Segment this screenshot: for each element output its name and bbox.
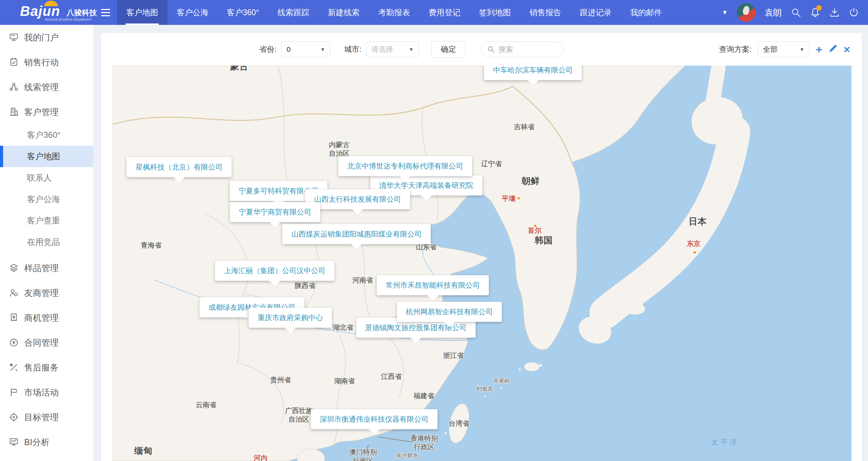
nodes-icon [9, 82, 19, 92]
monitor-icon [9, 32, 19, 42]
sidebar-item-label: 售后服务 [24, 362, 59, 373]
sidebar-item-label: 友商管理 [24, 287, 59, 299]
customer-callout[interactable]: 宁夏华宁商贸有限公司 [230, 202, 320, 222]
nav-item-8[interactable]: 签到地图 [470, 0, 520, 25]
content-panel: 省份: 0 ▼ 城市: 请选择 ▼ 确定 查询方案: 全部 ▼ + [101, 33, 862, 461]
search-icon[interactable] [791, 7, 801, 18]
sidebar-item-label: 市场活动 [24, 387, 59, 398]
sidebar-item-3[interactable]: 线索管理 [0, 75, 93, 99]
city-select[interactable]: 请选择 ▼ [366, 41, 419, 57]
logo-company-name: 八骏科技 [67, 8, 97, 18]
sidebar-subitem-5[interactable]: 客户查重 [0, 210, 93, 231]
sidebar-item-4[interactable]: 客户管理 [0, 99, 93, 124]
nav-item-1[interactable]: 客户地图 [117, 0, 167, 25]
customer-callout[interactable]: 山西太行科技发展有限公司 [305, 189, 410, 209]
nav-more-caret-icon[interactable]: ▼ [722, 9, 728, 16]
city-dot-icon [517, 196, 521, 200]
sidebar-item-label: BI分析 [24, 436, 50, 448]
customer-callout[interactable]: 重庆市政府采购中心 [249, 308, 332, 328]
city-label: 城市: [344, 44, 361, 55]
customer-callout[interactable]: 中车哈尔滨车辆有限公司 [484, 66, 582, 80]
nav-item-5[interactable]: 新建线索 [319, 0, 369, 25]
customer-callout[interactable]: 深圳市衡通伟业科技仪器有限公司 [311, 409, 438, 429]
nav-item-7[interactable]: 费用登记 [419, 0, 470, 25]
notifications-bell-icon[interactable] [810, 7, 820, 18]
province-label: 省份: [259, 44, 276, 55]
customer-callout[interactable]: 上海汇丽（集团）公司汉中公司 [215, 261, 334, 281]
sidebar-item-label: 目标管理 [24, 412, 59, 423]
select-caret-icon: ▼ [800, 47, 804, 52]
nav-item-10[interactable]: 跟进记录 [570, 0, 621, 25]
sidebar-item-8[interactable]: 合同管理 [0, 330, 93, 355]
clipboard-check-icon [9, 57, 19, 67]
nav-item-4[interactable]: 线索跟踪 [268, 0, 319, 25]
power-icon[interactable] [849, 7, 859, 18]
flag-icon [9, 387, 19, 397]
sidebar-item-label: 客户管理 [24, 106, 59, 118]
edit-plan-icon[interactable] [828, 44, 837, 55]
query-plan-label: 查询方案: [719, 44, 752, 55]
nav-item-9[interactable]: 销售报告 [520, 0, 570, 25]
city-dot-icon [693, 251, 697, 254]
customer-callout[interactable]: 杭州网易智企科技有限公司 [397, 302, 502, 322]
sidebar-item-12[interactable]: BI分析 [0, 430, 93, 454]
sidebar-item-7[interactable]: 商机管理 [0, 305, 93, 330]
sidebar-subitem-3[interactable]: 联系人 [0, 167, 93, 189]
top-navigation-bar: Bajun 八骏科技 Anyone,Anytime,Anywhere! 客户地图… [0, 0, 868, 25]
tools-icon [9, 363, 19, 372]
sidebar-subitem-6[interactable]: 在用竞品 [0, 231, 93, 253]
delete-plan-icon[interactable]: × [843, 44, 850, 55]
sidebar-item-label: 线索管理 [24, 81, 59, 93]
receipt-icon [9, 313, 19, 323]
sidebar-subitem-1[interactable]: 客户360° [0, 124, 93, 146]
map-toolbar: 省份: 0 ▼ 城市: 请选择 ▼ 确定 查询方案: 全部 ▼ + [101, 33, 862, 66]
search-input[interactable] [498, 45, 554, 54]
nav-item-3[interactable]: 客户360° [218, 0, 268, 25]
sidebar-item-5[interactable]: 样品管理 [0, 256, 93, 280]
target-icon [9, 412, 19, 422]
user-avatar[interactable] [737, 3, 755, 22]
download-icon[interactable] [829, 7, 840, 18]
customer-callout[interactable]: 北京中博世达专利商标代理有限公司 [338, 156, 472, 176]
sidebar-item-6[interactable]: 友商管理 [0, 280, 93, 305]
bi-chart-icon [9, 437, 19, 447]
nav-item-2[interactable]: 客户公海 [167, 0, 218, 25]
search-icon [487, 46, 495, 53]
confirm-button[interactable]: 确定 [431, 41, 466, 58]
sidebar-item-10[interactable]: 市场活动 [0, 380, 93, 405]
sidebar-item-label: 我的门户 [24, 32, 59, 43]
province-select[interactable]: 0 ▼ [281, 41, 330, 57]
logo-text: Bajun [20, 3, 60, 19]
sidebar-item-label: 样品管理 [24, 262, 59, 274]
sidebar-subitem-2[interactable]: 客户地图 [0, 146, 93, 167]
customer-map[interactable]: 蒙古吉林省辽宁省内蒙古 自治区朝鲜平壤首尔韩国日本东京青海省陕西省河南省山东省湖… [113, 66, 851, 461]
customer-callout[interactable]: 常州市禾昌智能科技有限公司 [377, 275, 489, 295]
notification-badge [816, 5, 822, 11]
topbar-right-cluster: ▼ 袁朗 [722, 0, 868, 25]
partner-icon [9, 288, 19, 298]
sidebar-item-9[interactable]: 售后服务 [0, 355, 93, 380]
add-plan-icon[interactable]: + [816, 44, 822, 55]
nav-item-11[interactable]: 我的邮件 [621, 0, 671, 25]
select-caret-icon: ▼ [320, 47, 325, 52]
query-plan-select[interactable]: 全部 ▼ [758, 41, 810, 57]
building-icon [9, 107, 19, 117]
sidebar-item-2[interactable]: 销售行动 [0, 50, 93, 75]
sidebar-item-1[interactable]: 我的门户 [0, 25, 93, 50]
customer-callout[interactable]: 山西煤炭运销集团阳城惠阳煤业有限公司 [282, 224, 431, 244]
sidebar-item-label: 销售行动 [24, 57, 59, 68]
sidebar-item-label: 商机管理 [24, 312, 59, 324]
logo-tagline: Anyone,Anytime,Anywhere! [45, 17, 91, 21]
search-box [481, 41, 564, 57]
sidebar-subitem-4[interactable]: 客户公海 [0, 189, 93, 210]
city-dot-icon [534, 224, 537, 228]
user-name: 袁朗 [764, 7, 782, 18]
nav-item-6[interactable]: 考勤报表 [369, 0, 419, 25]
menu-icon[interactable] [101, 0, 117, 25]
sidebar-item-label: 合同管理 [24, 337, 59, 348]
select-caret-icon: ▼ [409, 47, 413, 52]
customer-callout[interactable]: 星枫科技（北京）有限公司 [127, 157, 232, 177]
main-nav: 客户地图客户公海客户360°线索跟踪新建线索考勤报表费用登记签到地图销售报告跟进… [117, 0, 671, 25]
sidebar: 我的门户销售行动线索管理客户管理客户360°客户地图联系人客户公海客户查重在用竞… [0, 25, 93, 461]
sidebar-item-11[interactable]: 目标管理 [0, 405, 93, 430]
